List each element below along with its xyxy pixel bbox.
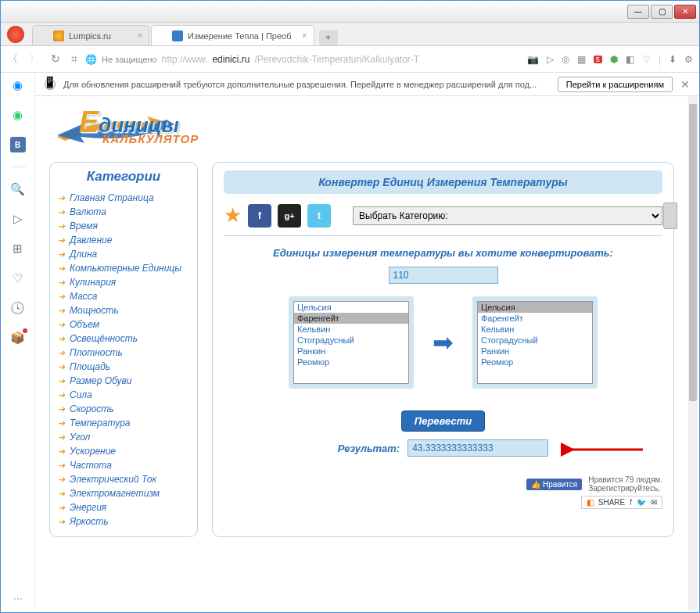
tab-close-icon[interactable]: × (302, 30, 307, 40)
category-item[interactable]: ➜Электромагнетизм (58, 486, 189, 500)
googleplus-icon[interactable]: g+ (278, 204, 301, 228)
arrow-icon: ➜ (58, 461, 65, 471)
unit-option[interactable]: Реомюр (294, 357, 408, 367)
unit-option[interactable]: Стоградусный (478, 335, 592, 346)
opera-logo-icon[interactable] (7, 26, 24, 43)
category-item[interactable]: ➜Кулинария (58, 275, 189, 289)
goto-extensions-button[interactable]: Перейти к расширениям (558, 77, 673, 92)
unit-option[interactable]: Кельвин (478, 324, 592, 335)
category-item[interactable]: ➜Объем (58, 317, 189, 332)
category-item[interactable]: ➜Температура (58, 416, 189, 430)
side-tool-handle[interactable] (663, 203, 677, 229)
notification-close-icon[interactable]: ✕ (680, 78, 690, 91)
vertical-scrollbar[interactable] (688, 96, 698, 611)
category-label: Электрический Ток (70, 474, 156, 485)
tab-edinici[interactable]: Измерение Тепла | Преоб × (151, 25, 314, 45)
to-unit-list[interactable]: ЦельсияФаренгейтКельвинСтоградусныйРанки… (477, 301, 593, 384)
like-register-text: Зарегистрируйтесь, (588, 484, 662, 493)
notification-badge[interactable]: 5 (594, 56, 602, 63)
unit-option[interactable]: Фаренгейт (294, 313, 408, 324)
category-item[interactable]: ➜Мощность (58, 303, 189, 317)
category-item[interactable]: ➜Длина (58, 247, 189, 261)
arrow-icon: ➜ (58, 503, 65, 513)
category-item[interactable]: ➜Скорость (58, 402, 189, 416)
back-icon[interactable]: 〈 (7, 52, 18, 66)
from-unit-list[interactable]: ЦельсияФаренгейтКельвинСтоградусныйРанки… (293, 301, 409, 384)
new-tab-button[interactable]: + (319, 30, 338, 45)
category-item[interactable]: ➜Частота (58, 458, 189, 472)
url-field[interactable]: 🌐 Не защищено http://www.edinici.ru/Pere… (85, 54, 519, 65)
arrow-icon: ➜ (58, 193, 65, 203)
search-icon[interactable]: 🔍 (10, 181, 26, 197)
clock-icon[interactable]: 🕓 (10, 300, 26, 316)
value-input[interactable] (389, 267, 498, 284)
category-item[interactable]: ➜Яркость (58, 514, 189, 529)
category-item[interactable]: ➜Ускорение (58, 444, 189, 458)
category-item[interactable]: ➜Освещённость (58, 332, 189, 346)
speed-dial-icon[interactable]: ⌗ (71, 52, 77, 66)
messenger-icon[interactable]: ◉ (10, 77, 26, 93)
result-label: Результат: (338, 443, 400, 454)
heart-icon[interactable]: ♡ (10, 271, 26, 286)
category-item[interactable]: ➜Угол (58, 430, 189, 444)
unit-option[interactable]: Ранкин (478, 346, 592, 357)
window-close-button[interactable]: ✕ (674, 5, 696, 19)
site-logo[interactable]: Единицы КАЛЬКУЛЯТОР (49, 99, 237, 154)
unit-option[interactable]: Кельвин (294, 324, 408, 335)
category-item[interactable]: ➜Компьютерные Единицы (58, 261, 189, 275)
tab-lumpics[interactable]: Lumpics.ru × (32, 25, 149, 45)
ext3-icon[interactable]: ◧ (626, 54, 634, 65)
category-item[interactable]: ➜Валюта (58, 205, 189, 219)
reload-icon[interactable]: ↻ (51, 52, 60, 66)
category-item[interactable]: ➜Сила (58, 388, 189, 402)
forward-icon[interactable]: 〉 (29, 52, 40, 66)
window-minimize-button[interactable]: — (627, 5, 649, 19)
category-label: Кулинария (70, 277, 116, 288)
arrow-icon: ➜ (58, 320, 65, 330)
vk-icon[interactable]: B (10, 137, 26, 152)
unit-option[interactable]: Фаренгейт (478, 313, 592, 324)
unit-option[interactable]: Ранкин (294, 346, 408, 357)
result-output[interactable] (407, 439, 548, 457)
adblock-icon[interactable]: ◎ (562, 54, 569, 65)
category-item[interactable]: ➜Плотность (58, 346, 189, 360)
category-item[interactable]: ➜Размер Обуви (58, 374, 189, 388)
bookmark-icon[interactable]: ♡ (642, 54, 651, 65)
unit-option[interactable]: Стоградусный (294, 335, 408, 346)
twitter-icon[interactable]: t (307, 204, 331, 228)
play-icon[interactable]: ▷ (10, 211, 26, 227)
fb-like-button[interactable]: 👍Нравится (526, 479, 582, 490)
ext1-icon[interactable]: ▦ (577, 54, 586, 65)
convert-button[interactable]: Перевести (401, 410, 485, 432)
annotation-arrow-icon (561, 441, 647, 458)
ext2-icon[interactable]: ⬢ (610, 54, 618, 65)
category-item[interactable]: ➜Площадь (58, 360, 189, 374)
category-item[interactable]: ➜Время (58, 219, 189, 233)
category-item[interactable]: ➜Энергия (58, 500, 189, 514)
tab-close-icon[interactable]: × (138, 30, 142, 40)
box-icon[interactable]: 📦 (10, 330, 26, 346)
unit-option[interactable]: Цельсия (478, 302, 592, 313)
category-item[interactable]: ➜Давление (58, 233, 189, 247)
unit-option[interactable]: Цельсия (294, 302, 408, 313)
window-maximize-button[interactable]: ▢ (651, 5, 673, 19)
more-icon[interactable]: ⋯ (13, 593, 23, 604)
vpn-icon[interactable]: ▷ (547, 54, 554, 65)
menu-icon[interactable]: ⚙ (684, 54, 693, 65)
whatsapp-icon[interactable]: ◉ (10, 107, 26, 123)
grid-icon[interactable]: ⊞ (10, 241, 26, 256)
category-select[interactable]: Выбрать Категорию: (353, 206, 662, 225)
tab-label: Измерение Тепла | Преоб (188, 31, 292, 41)
arrow-icon: ➜ (58, 517, 65, 527)
camera-icon[interactable]: 📷 (527, 54, 539, 65)
favorite-star-icon[interactable]: ★ (224, 203, 242, 228)
category-item[interactable]: ➜Масса (58, 289, 189, 303)
download-icon[interactable]: ⬇ (669, 54, 677, 65)
category-item[interactable]: ➜Электрический Ток (58, 472, 189, 486)
unit-option[interactable]: Реомюр (478, 357, 592, 367)
share-box[interactable]: ◧SHARE f🐦✉ (581, 496, 662, 509)
mini-phone-icon[interactable]: 📱 (43, 76, 56, 88)
browser-side-rail: ◉ ◉ B 🔍 ▷ ⊞ ♡ 🕓 📦 ⋯ (1, 73, 35, 612)
category-item[interactable]: ➜Главная Страница (58, 191, 189, 205)
facebook-icon[interactable]: f (248, 204, 271, 228)
